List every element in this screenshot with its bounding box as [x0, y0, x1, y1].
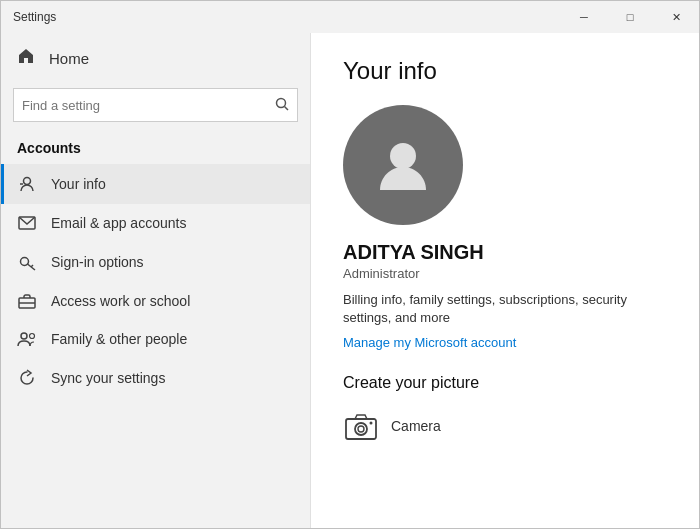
sidebar-item-home[interactable]: Home [1, 33, 310, 84]
svg-point-12 [390, 143, 416, 169]
titlebar-controls: ─ □ ✕ [561, 1, 699, 33]
sidebar-item-work-school[interactable]: Access work or school [1, 282, 310, 320]
sidebar-section-title: Accounts [1, 134, 310, 164]
svg-line-7 [31, 265, 33, 267]
svg-point-2 [24, 178, 31, 185]
sidebar-item-label-email: Email & app accounts [51, 215, 186, 231]
settings-window: Settings ─ □ ✕ Home [0, 0, 700, 529]
close-button[interactable]: ✕ [653, 1, 699, 33]
search-box[interactable] [13, 88, 298, 122]
minimize-button[interactable]: ─ [561, 1, 607, 33]
briefcase-icon [17, 293, 37, 309]
svg-line-1 [285, 106, 289, 110]
titlebar: Settings ─ □ ✕ [1, 1, 699, 33]
sidebar-item-label-your-info: Your info [51, 176, 106, 192]
svg-point-0 [277, 98, 286, 107]
home-label: Home [49, 50, 89, 67]
person-icon [17, 175, 37, 193]
camera-option[interactable]: Camera [343, 408, 667, 444]
camera-label: Camera [391, 418, 441, 434]
home-icon [17, 47, 35, 70]
sidebar-item-sign-in[interactable]: Sign-in options [1, 242, 310, 282]
profile-avatar [343, 105, 463, 225]
key-icon [17, 253, 37, 271]
search-icon [275, 97, 289, 114]
user-name: ADITYA SINGH [343, 241, 667, 264]
sidebar-item-sync[interactable]: Sync your settings [1, 358, 310, 398]
create-picture-title: Create your picture [343, 374, 667, 392]
sidebar-item-family[interactable]: Family & other people [1, 320, 310, 358]
user-role: Administrator [343, 266, 667, 281]
content-area: Home Accounts [1, 33, 699, 528]
sidebar-item-label-family: Family & other people [51, 331, 187, 347]
sidebar-item-label-signin: Sign-in options [51, 254, 144, 270]
main-content: Your info ADITYA SINGH Administrator Bil… [311, 33, 699, 528]
sidebar-item-label-sync: Sync your settings [51, 370, 165, 386]
maximize-button[interactable]: □ [607, 1, 653, 33]
search-input[interactable] [22, 98, 275, 113]
sidebar-item-email-accounts[interactable]: Email & app accounts [1, 204, 310, 242]
sidebar: Home Accounts [1, 33, 311, 528]
svg-point-10 [21, 333, 27, 339]
people-icon [17, 331, 37, 347]
page-title: Your info [343, 57, 667, 85]
sync-icon [17, 369, 37, 387]
svg-point-15 [358, 426, 364, 432]
user-description: Billing info, family settings, subscript… [343, 291, 667, 327]
svg-point-11 [30, 334, 35, 339]
titlebar-title: Settings [13, 10, 56, 24]
camera-icon [343, 408, 379, 444]
manage-account-link[interactable]: Manage my Microsoft account [343, 335, 667, 350]
sidebar-item-your-info[interactable]: Your info [1, 164, 310, 204]
svg-point-14 [355, 423, 367, 435]
avatar-person-icon [368, 130, 438, 200]
envelope-icon [17, 216, 37, 230]
sidebar-item-label-work: Access work or school [51, 293, 190, 309]
svg-point-16 [370, 422, 373, 425]
